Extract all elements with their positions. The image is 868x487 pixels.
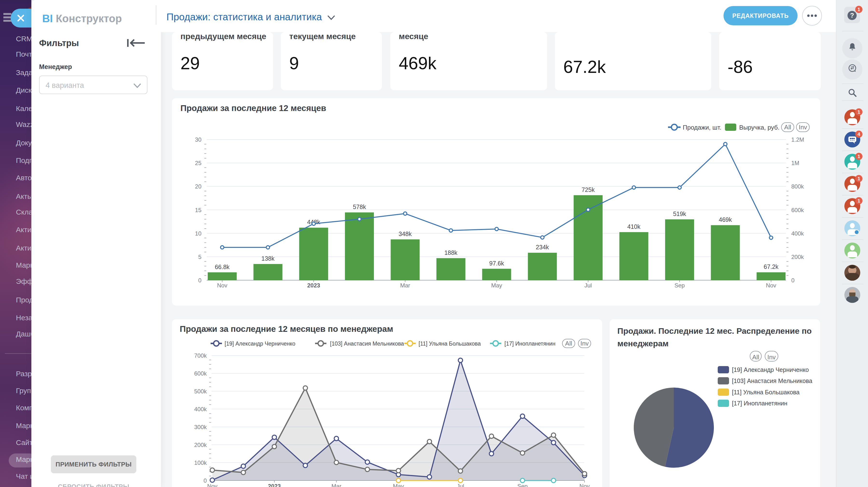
svg-text:700k: 700k (194, 352, 207, 359)
svg-text:600k: 600k (791, 207, 804, 213)
svg-text:[19] Александр Черниченко: [19] Александр Черниченко (225, 340, 295, 347)
svg-text:May: May (393, 483, 404, 487)
svg-text:Jul: Jul (457, 483, 464, 487)
svg-text:67.2k: 67.2k (764, 263, 779, 270)
svg-text:2023: 2023 (268, 483, 281, 487)
svg-text:300k: 300k (194, 424, 207, 430)
svg-text:400k: 400k (791, 230, 804, 237)
svg-text:410k: 410k (627, 223, 641, 230)
svg-text:5: 5 (198, 254, 202, 260)
svg-text:All: All (752, 354, 759, 361)
svg-text:200k: 200k (194, 442, 207, 448)
svg-text:Mar: Mar (400, 282, 410, 288)
svg-text:0: 0 (198, 277, 202, 283)
svg-text:All: All (784, 124, 791, 131)
svg-text:Nov: Nov (207, 483, 218, 487)
svg-text:25: 25 (195, 160, 202, 166)
svg-text:600k: 600k (194, 370, 207, 377)
svg-text:519k: 519k (673, 210, 686, 217)
svg-text:348k: 348k (399, 231, 412, 237)
svg-text:66.8k: 66.8k (215, 264, 230, 270)
svg-text:[11] Ульяна Большакова: [11] Ульяна Большакова (418, 340, 481, 347)
svg-text:Nov: Nov (766, 282, 776, 288)
svg-text:578k: 578k (353, 204, 366, 210)
svg-text:725k: 725k (582, 186, 595, 193)
svg-text:469k: 469k (719, 216, 732, 223)
svg-text:500k: 500k (194, 388, 207, 395)
svg-text:Inv: Inv (767, 354, 776, 361)
svg-text:100k: 100k (194, 459, 207, 466)
svg-text:[17] Инопланетянин: [17] Инопланетянин (504, 340, 555, 347)
svg-text:0: 0 (791, 277, 795, 283)
svg-text:188k: 188k (444, 249, 458, 256)
svg-text:Inv: Inv (581, 340, 589, 347)
svg-text:20: 20 (195, 183, 202, 190)
svg-text:Mar: Mar (332, 483, 341, 487)
svg-text:All: All (565, 340, 572, 347)
svg-text:Inv: Inv (799, 124, 807, 131)
svg-text:0: 0 (204, 477, 207, 484)
svg-text:138k: 138k (261, 255, 275, 262)
svg-text:Nov: Nov (217, 282, 227, 288)
svg-text:234k: 234k (536, 244, 549, 250)
svg-text:[103] Анастасия Мельникова: [103] Анастасия Мельникова (330, 340, 404, 347)
svg-text:Продажи, шт.: Продажи, шт. (683, 124, 721, 131)
svg-text:10: 10 (195, 230, 202, 237)
svg-text:1.2M: 1.2M (791, 136, 804, 143)
svg-text:400k: 400k (194, 406, 207, 413)
svg-text:Jul: Jul (584, 282, 592, 288)
svg-text:97.6k: 97.6k (489, 260, 504, 267)
svg-text:Sep: Sep (517, 483, 528, 487)
svg-text:Nov: Nov (580, 483, 590, 487)
svg-text:[103] Анастасия Мельникова: [103] Анастасия Мельникова (732, 377, 812, 384)
svg-text:[11] Ульяна Большакова: [11] Ульяна Большакова (732, 389, 800, 396)
svg-text:[19] Александр Черниченко: [19] Александр Черниченко (732, 366, 809, 373)
svg-text:Sep: Sep (675, 282, 685, 288)
svg-text:Выручка, руб.: Выручка, руб. (739, 124, 779, 131)
svg-text:May: May (491, 282, 502, 288)
svg-text:1M: 1M (791, 160, 799, 166)
svg-text:15: 15 (195, 207, 202, 213)
svg-text:2023: 2023 (307, 282, 320, 288)
svg-text:30: 30 (195, 136, 202, 143)
svg-text:200k: 200k (791, 254, 804, 260)
svg-text:800k: 800k (791, 183, 804, 190)
svg-text:[17] Инопланетянин: [17] Инопланетянин (732, 400, 787, 407)
